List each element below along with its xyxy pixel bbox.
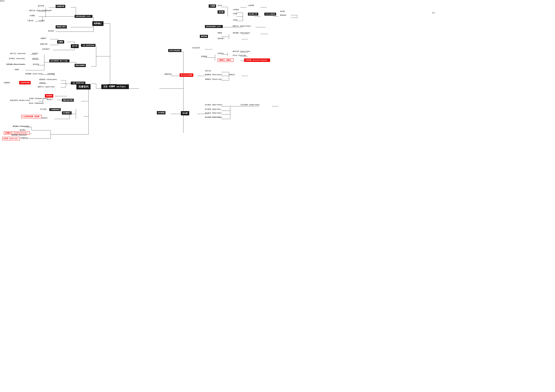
- node-enkyo-eiwa: 远城营助: [4, 81, 10, 84]
- node-mejiro-family: 目白家: [181, 111, 189, 115]
- node-tokyo-city: 东京都: [218, 10, 225, 14]
- node-ushioya-sukejiro: 潮屋护助次: [164, 73, 172, 75]
- node-saito-tatsuya-red: 齐藤辰也（袁凝安）: [218, 59, 234, 62]
- node-inaba-seiki: 稻叶元气（Inaba Seiki）: [10, 52, 27, 55]
- node-miseyx-uma-red: MiseyxUma风告: [180, 73, 193, 77]
- node-kondo-family: 近藤家: [57, 40, 64, 44]
- node-izaki-shiki: 伊崎志式: [229, 74, 235, 76]
- node-mecklen-crown: 梅克伦桂冠（Mecklen Crown）: [10, 99, 31, 102]
- node-higashi-shin: 东桥缙: [15, 69, 19, 71]
- node-toresan: 特雷森学院: [56, 5, 65, 8]
- node-tokyo-baji-39: 东京马事学院（第三十九届）: [49, 59, 69, 62]
- node-mie-shizuka: 三重川静: [27, 20, 33, 22]
- node-aoishi-eiji: 青石英司: [48, 30, 54, 32]
- node-tsuji-yoshu: 辻野良恭: [39, 82, 45, 84]
- node-sapporo-horse-news: 斯柏马竣事报: [75, 64, 86, 67]
- node-itomura-mioko: 纱村美织子: [42, 48, 50, 50]
- node-junsho-teguna: 骏马手纲: [38, 5, 44, 7]
- node-morimegu-lucky: 茂森惠运（Woods Lucky）: [205, 78, 223, 80]
- node-tit-number: TIt #: [421, 12, 446, 14]
- node-oshima-ko江: 大岛翻江: [29, 15, 36, 17]
- node-kishimura-asuka: 岸村飞鸟: [205, 70, 211, 72]
- diagram: 无辜世代 艾尼斯风神（Ines Fujin） 骏马手纲 特雷森学院 成田大进（N…: [0, 0, 555, 392]
- node-pfaffenbach: 普法芬（Pfaffenteich）: [29, 102, 44, 104]
- node-chodo-maki: 长道寺麻纪: [47, 73, 55, 75]
- node-oyama-izumi: 小山和泉: [39, 20, 45, 22]
- node-chiyono-store: ChiYono便利店: [264, 13, 276, 15]
- node-agnes-choko: 爱丽巧可（Agnes Choko）: [38, 86, 56, 88]
- node-kondo-ki: 近藤希: [108, 84, 117, 89]
- node-maesaka-ichiichi: 前坂池彦一: [218, 37, 225, 40]
- node-kobayashi-umitaka: 小林海鹰: [248, 4, 254, 7]
- node-poem-slip: 轩竹书（Poem Slip）: [233, 54, 247, 57]
- node-mejiro-ryan: 目白菜思（Mejiro Ryan）: [205, 108, 222, 110]
- node-abira-kiseki: 安平辉石（Abira Kiseki）: [9, 58, 26, 60]
- node-haikai-helper: 灰谷助人: [42, 117, 48, 119]
- node-kobayashi-kana: 小林奏: [233, 13, 237, 15]
- node-mejiro-palmer: 目白善信（Mejiro Palmer）: [205, 104, 223, 106]
- node-nursing-home: 爱藤马娘护理院: [62, 99, 74, 102]
- node-tokyo-police: 东京警视厅: [62, 111, 72, 115]
- node-fukuda-opera: 福田歌剧（Fukuda Opera）: [39, 78, 58, 81]
- node-maekubo-keiba-former: （前）俱乐竞马协会: [81, 44, 95, 47]
- node-kuga-onchi: 潜名温治: [32, 58, 38, 60]
- node-rhine-dancer: 莱茵舞者（Rhine Dancer）: [205, 74, 223, 76]
- node-nojo-keiba: 野城竞马周刊: [56, 25, 67, 29]
- node-ie-shima-megumi: 伊江岛惠: [40, 108, 46, 110]
- node-kobayashi-family: 小林家: [209, 4, 216, 8]
- node-kokuritsu-aoba: 国立青叶大学: [248, 13, 258, 15]
- node-silence-suzuka: 无声铃鹿（Silence Suzuka）: [6, 63, 26, 66]
- node-kasado-city: 笠户市: [71, 44, 79, 48]
- node-narita-taishin: 成田大进（Narita Taishin）: [29, 9, 47, 12]
- node-thriving-city: 涌气城市（Thriving City）: [13, 125, 30, 127]
- node-sendai-city: 仙台市: [218, 4, 222, 7]
- node-daitaku-helios: 大托太阳神（Daitaku Helios）: [240, 104, 261, 106]
- node-snow-lark-red: 白百灵（Snow Lark）: [2, 137, 20, 140]
- node-eien-keiba-red: 永远仰马评报: [19, 81, 31, 84]
- node-dong-ji-equestrian: 东济马术用品商店: [168, 49, 181, 52]
- node-shoko-izakaya: 湘梓居酒: [200, 35, 208, 38]
- node-gyoku-saku-kyoman-red: 玉炸竞漫（Emerald Competitor）: [244, 59, 270, 62]
- node-nijihana-neko-wonder: 霓虹期粉（Neko Wonder）: [233, 32, 251, 34]
- node-ta-riko: 田秋理子: [32, 52, 38, 55]
- node-612-murders-red: 6-12连环怪死案（凶杀案）: [21, 115, 42, 118]
- node-kobayashi-eiyuu: 小林美雄: [233, 9, 239, 11]
- node-nishimura-keiba-now: （觉）西村竞马协会: [71, 81, 85, 85]
- node-evergreen-leaves: 长咲菓（Evergreen Leaves）: [29, 97, 49, 100]
- node-ishi-kuro-shokaku: 石黒祥克: [218, 52, 224, 55]
- node-412-investigation: 4-2移精案调查组: [49, 108, 61, 111]
- node-gadan-tanki: 窗村架起: [280, 14, 286, 16]
- node-mejiro-dober: 目白多伯（Mejiro Dober）: [205, 112, 223, 114]
- node-mei-shu-qiang: 明树墙: [218, 32, 222, 34]
- node-toyo-lord: 东出贵族（Toyo Lord）: [11, 134, 27, 136]
- node-aochi-yuko: 苍知优子: [47, 98, 53, 101]
- node-fukayoshi-dera: 深叶寺: [0, 0, 5, 2]
- node-kaba-shiryu: 郁代翼: [280, 10, 285, 13]
- node-wanhe-xiuye: 澹河季也: [20, 129, 26, 131]
- node-makuranida-kunio-red: 枕田国男: [45, 94, 53, 97]
- node-kasamoki-sotaro: 笠木茂太郎: [192, 47, 200, 49]
- node-haurna-turbo: 橡名引票（Haurna Turbo）: [233, 50, 251, 52]
- node-nagumo-shouki: 南云胜启: [33, 63, 39, 66]
- node-kitaike-yusuke: 北池媛介夫: [20, 137, 28, 139]
- node-mejiro-bright: 目白光明（Mejiro Bright）: [205, 116, 222, 118]
- node-nishino-stratus: 西野云天（Nishino Stratus）: [233, 25, 252, 27]
- node-zaizencandy: 财前蜜糖（Zaizen Candy）: [25, 73, 44, 75]
- node-kondo-kotaro: 近藤光太郎: [40, 43, 48, 45]
- node-nagano-hospital-h326: 长野谷综合医院（H326）: [75, 15, 92, 18]
- node-ryojo-ayume: 凉场步梦: [45, 9, 51, 12]
- node-kondo-keiko: 近藤惠子: [40, 37, 47, 39]
- connection-lines: [0, 0, 555, 392]
- node-makino-nobuhito: 牧野修仁: [92, 21, 103, 26]
- node-mura-heki-masami: 村壁雅美: [201, 55, 207, 58]
- node-nagano-u238: 长野谷综合医院（U238）: [205, 25, 223, 28]
- node-kobayashi-nagisa: 小林渚: [233, 19, 237, 21]
- node-mejiro-zaidan: 目白财团: [157, 111, 165, 114]
